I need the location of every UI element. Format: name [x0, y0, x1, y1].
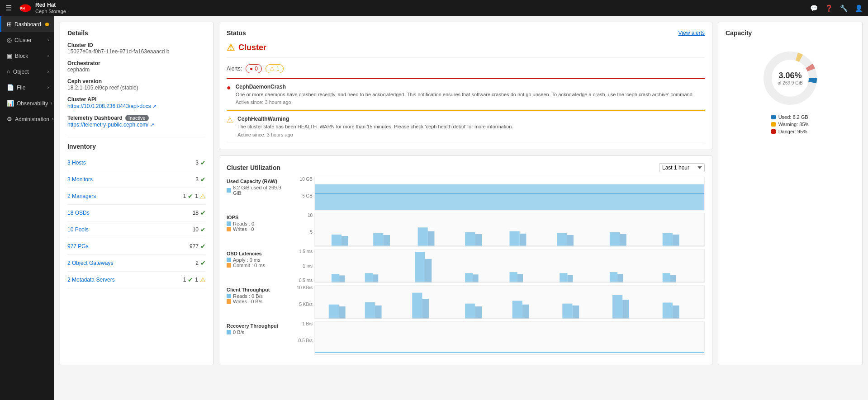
pgs-link[interactable]: 977 PGs [67, 243, 89, 249]
svg-rect-9 [342, 236, 348, 246]
cluster-status-label: Cluster [238, 43, 266, 52]
cluster-api-label: Cluster API [67, 96, 206, 103]
sidebar-item-cluster[interactable]: ◎ Cluster › [0, 32, 54, 48]
inventory-pools: 10 Pools 10 ✔ [67, 221, 206, 238]
svg-rect-30 [425, 259, 432, 282]
time-range-select[interactable]: Last 1 hour Last 6 hours Last 24 hours [659, 163, 705, 172]
monitors-link[interactable]: 3 Monitors [67, 176, 93, 183]
managers-link[interactable]: 2 Managers [67, 193, 96, 199]
pools-link[interactable]: 10 Pools [67, 226, 89, 233]
inventory-osds: 18 OSDs 18 ✔ [67, 205, 206, 221]
inventory-object-gateways: 2 Object Gateways 2 ✔ [67, 255, 206, 272]
cluster-id-value: 15027e0a-f0b7-11ee-971d-fa163eaaacd b [67, 48, 206, 55]
telemetry-badge: Inactive [125, 115, 149, 121]
donut-wrapper: 3.06% of 269.9 GiB [763, 51, 817, 105]
danger-dot [771, 129, 776, 134]
latency-commit-label: Commit : 0 ms [233, 263, 265, 268]
svg-rect-48 [465, 303, 475, 318]
donut-chart-container: 3.06% of 269.9 GiB Used: 8.2 GB Warning:… [726, 42, 855, 143]
throughput-label-block: Client Throughput Reads : 0 B/s Writes :… [227, 285, 290, 321]
latency-commit-dot [227, 263, 231, 268]
warning-label: Warning: 85% [778, 122, 810, 127]
throughput-reads-legend: Reads : 0 B/s [227, 293, 290, 299]
utilization-sections: Used Capacity (RAW) 8.2 GiB used of 269.… [227, 177, 705, 358]
throughput-writes-dot [227, 299, 231, 304]
object-gateways-link[interactable]: 2 Object Gateways [67, 260, 113, 266]
svg-rect-39 [663, 273, 670, 282]
settings-icon[interactable]: 🔧 [840, 5, 848, 12]
capacity-chart [314, 177, 705, 211]
svg-rect-17 [520, 234, 526, 246]
inventory-section: Inventory 3 Hosts 3 ✔ 3 Monitors 3 ✔ 2 M… [67, 137, 206, 288]
yellow-alert-icon: ⚠ [270, 66, 275, 72]
managers-count: 1 ✔ 1 ⚠ [183, 193, 206, 200]
user-icon[interactable]: 👤 [855, 5, 863, 12]
donut-center-text: 3.06% of 269.9 GiB [778, 71, 803, 85]
svg-rect-53 [572, 306, 579, 319]
svg-rect-22 [663, 233, 673, 246]
svg-rect-33 [510, 272, 517, 282]
iops-y-top: 10 [295, 213, 313, 218]
util-labels-column: Used Capacity (RAW) 8.2 GiB used of 269.… [227, 177, 290, 358]
svg-rect-49 [475, 306, 482, 319]
throughput-yaxis: 10 KB/s 5 KB/s [295, 285, 314, 319]
throughput-y-top: 10 KB/s [295, 285, 313, 290]
hosts-link[interactable]: 3 Hosts [67, 160, 86, 166]
capacity-chart-row: 10 GB 5 GB [295, 177, 705, 211]
hamburger-icon[interactable]: ☰ [5, 4, 12, 12]
throughput-y-mid: 5 KB/s [295, 302, 313, 307]
osds-link[interactable]: 18 OSDs [67, 210, 90, 216]
capacity-yaxis: 10 GB 5 GB [295, 177, 314, 211]
capacity-chart-svg [315, 177, 704, 210]
util-charts-column: 10 GB 5 GB [295, 177, 705, 358]
gateways-ok-icon: ✔ [200, 259, 206, 267]
svg-rect-14 [465, 232, 475, 246]
svg-rect-12 [418, 227, 428, 246]
telemetry-link[interactable]: https://telemetry-public.ceph.com/ [67, 122, 148, 128]
orchestrator-label: Orchestrator [67, 60, 206, 66]
iops-y-mid: 5 [295, 230, 313, 235]
help-icon[interactable]: ❓ [825, 5, 833, 12]
managers-warn-icon: ⚠ [200, 193, 206, 200]
sidebar-item-object[interactable]: ○ Object › [0, 64, 54, 80]
sidebar-item-file[interactable]: 📄 File › [0, 80, 54, 95]
sidebar-item-administration[interactable]: ⚙ Administration › [0, 111, 54, 127]
iops-writes-legend: Writes : 0 [227, 226, 290, 232]
sidebar-label-administration: Administration [15, 116, 49, 122]
svg-rect-37 [610, 272, 617, 282]
crash-alert-content: CephDaemonCrash One or more daemons have… [236, 84, 694, 105]
svg-rect-36 [567, 275, 573, 282]
metadata-count: 1 ✔ 1 ⚠ [183, 276, 206, 283]
warning-dot [771, 122, 776, 127]
throughput-chart-svg [315, 286, 704, 319]
block-arrow-icon: › [47, 53, 49, 58]
dashboard-grid: Details Cluster ID 15027e0a-f0b7-11ee-97… [54, 16, 868, 371]
svg-rect-38 [617, 274, 623, 282]
inventory-metadata-servers: 2 Metadata Servers 1 ✔ 1 ⚠ [67, 272, 206, 288]
svg-rect-20 [610, 232, 620, 246]
svg-rect-27 [365, 273, 373, 282]
svg-rect-11 [383, 235, 390, 246]
cluster-id-row: Cluster ID 15027e0a-f0b7-11ee-971d-fa163… [67, 42, 206, 55]
sidebar-item-observability[interactable]: 📊 Observability › [0, 95, 54, 111]
throughput-reads-dot [227, 294, 231, 298]
details-title: Details [67, 29, 206, 37]
capacity-y-mid: 5 GB [295, 193, 313, 198]
cluster-warn-icon: ⚠ [227, 42, 235, 53]
metadata-servers-link[interactable]: 2 Metadata Servers [67, 277, 115, 283]
inventory-title: Inventory [67, 143, 206, 150]
svg-rect-50 [512, 301, 522, 319]
dashboard-icon: ⊞ [7, 21, 12, 28]
crash-alert-desc: One or more daemons have crashed recentl… [236, 91, 694, 98]
chat-icon[interactable]: 💬 [810, 5, 818, 12]
dashboard-badge [45, 23, 49, 26]
iops-chart-row: 10 5 [295, 213, 705, 247]
recovery-dot [227, 330, 231, 334]
throughput-section-label: Client Throughput [227, 287, 290, 292]
sidebar-item-block[interactable]: ▣ Block › [0, 48, 54, 64]
latency-apply-legend: Apply : 0 ms [227, 257, 290, 263]
capacity-y-top: 10 GB [295, 177, 313, 182]
sidebar-item-dashboard[interactable]: ⊞ Dashboard [0, 16, 54, 32]
cluster-api-link[interactable]: https://10.0.208.236:8443/api-docs [67, 103, 151, 109]
view-alerts-link[interactable]: View alerts [678, 30, 705, 36]
